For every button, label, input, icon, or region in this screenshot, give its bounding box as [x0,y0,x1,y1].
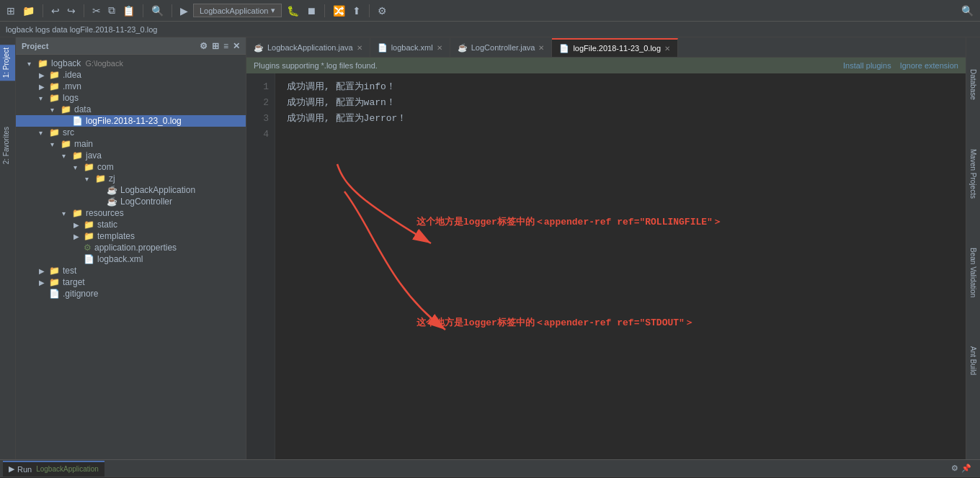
toolbar: ⊞ 📁 ↩ ↪ ✂ ⧉ 📋 🔍 ▶ LogbackApplication ▾ 🐛… [0,0,980,22]
toolbar-settings[interactable]: ⚙ [375,4,389,18]
tree-resources[interactable]: ▾ 📁 resources [16,207,246,219]
gitignore-icon: 📄 [49,289,60,299]
tab-logback-app-close[interactable]: ✕ [357,44,362,52]
favorites-toggle[interactable]: 2: Favorites [0,124,15,167]
right-panel-bean[interactable]: Bean Validation [966,245,980,300]
toolbar-git[interactable]: 🔀 [331,4,347,18]
com-icon: 📁 [84,162,94,172]
toolbar-run-icon[interactable]: ▶ [178,4,190,18]
app-props-label: application.properties [94,243,177,253]
tab-logback-app[interactable]: ☕ LogbackApplication.java ✕ [246,38,370,57]
tab-logcontroller-close[interactable]: ✕ [538,44,544,52]
tree-logfile[interactable]: 📄 logFile.2018-11-23_0.log [16,115,246,127]
tab-logfile-close[interactable]: ✕ [664,45,670,53]
plugin-bar: Plugins supporting *.log files found. In… [246,58,966,73]
console-pin-btn[interactable]: 📌 [961,464,971,473]
line-num-1: 1 [252,79,269,95]
toolbar-copy[interactable]: ⧉ [106,3,117,18]
tab-logcontroller[interactable]: ☕ LogController.java ✕ [450,38,553,57]
bottom-tabs: ▶ Run LogbackApplication ⚙ 📌 [0,460,980,477]
app-props-icon: ⚙ [84,243,92,253]
plugin-message: Plugins supporting *.log files found. [254,61,378,70]
tree-com[interactable]: ▾ 📁 com [16,161,246,173]
right-panel-ant[interactable]: Ant Build [966,343,980,378]
tree-logback-xml[interactable]: 📄 logback.xml [16,253,246,265]
tree-logback-app[interactable]: ☕ LogbackApplication [16,184,246,196]
gitignore-label: .gitignore [63,289,98,299]
tree-data[interactable]: ▾ 📁 data [16,104,246,115]
ignore-extension-link[interactable]: Ignore extension [900,61,958,70]
tree-zj[interactable]: ▾ 📁 zj [16,173,246,184]
idea-icon: 📁 [49,70,60,80]
tree-main[interactable]: ▾ 📁 main [16,138,246,150]
arrow-svg-2 [287,143,954,373]
code-line-3: 成功调用, 配置为Jerror！ [287,111,954,127]
bottom-tab-run[interactable]: ▶ Run LogbackApplication [3,461,104,477]
com-label: com [97,162,114,172]
code-line-4 [287,127,954,143]
toolbar-debug[interactable]: 🐛 [285,4,301,18]
panel-btn-gear[interactable]: ≡ [223,41,228,51]
tab-logfile-label: logFile.2018-11-23_0.log [573,44,661,53]
logback-app-label: LogbackApplication [120,185,195,195]
toolbar-search-all[interactable]: 🔍 [959,4,976,18]
run-app-button[interactable]: LogbackApplication ▾ [193,4,282,17]
toolbar-paste[interactable]: 📋 [120,4,137,18]
zj-icon: 📁 [95,173,106,184]
tree-static[interactable]: ▶ 📁 static [16,219,246,230]
toolbar-icon-2[interactable]: 📁 [20,4,37,18]
tree-gitignore[interactable]: 📄 .gitignore [16,288,246,299]
tab-logback-xml-close[interactable]: ✕ [437,44,442,52]
tree-mvn[interactable]: ▶ 📁 .mvn [16,81,246,92]
toolbar-cut[interactable]: ✂ [90,4,103,18]
tree-templates[interactable]: ▶ 📁 templates [16,230,246,242]
tab-logcontroller-label: LogController.java [471,43,535,52]
toolbar-stop[interactable]: ⏹ [304,4,318,18]
src-label: src [63,127,74,137]
project-panel-toggle[interactable]: 1: Project [0,45,15,81]
console-settings-btn[interactable]: ⚙ [951,464,958,473]
data-label: data [74,104,91,114]
right-panel-maven[interactable]: Maven Projects [966,146,980,202]
code-line-3-text: 成功调用, 配置为Jerror！ [287,111,406,127]
tab-logcontroller-icon: ☕ [458,43,468,53]
mvn-icon: 📁 [49,81,60,91]
resources-label: resources [86,208,124,218]
tree-idea[interactable]: ▶ 📁 .idea [16,69,246,81]
tab-logback-xml[interactable]: 📄 logback.xml ✕ [370,38,450,57]
right-panel-database[interactable]: Database [966,66,980,103]
toolbar-git2[interactable]: ⬆ [350,4,363,18]
bottom-actions: ⚙ 📌 [951,460,977,477]
tree-java[interactable]: ▾ 📁 java [16,150,246,161]
install-plugins-link[interactable]: Install plugins [843,61,891,70]
panel-btn-1[interactable]: ⚙ [200,41,208,51]
tree-src[interactable]: ▾ 📁 src [16,127,246,138]
toolbar-redo[interactable]: ↪ [65,4,78,18]
logs-label: logs [63,93,79,103]
toolbar-sep-3 [143,4,143,17]
toolbar-undo[interactable]: ↩ [49,4,62,18]
far-left-panel: 1: Project 2: Favorites [0,37,16,459]
templates-label: templates [97,231,135,241]
callout-2-text: 这个地方是logger标签中的＜appender-ref ref="STDOUT… [416,317,694,328]
logfile-label: logFile.2018-11-23_0.log [86,116,182,126]
run-app-name: LogbackApplication [36,465,99,473]
panel-btn-close[interactable]: ✕ [233,41,240,51]
tab-logback-app-label: LogbackApplication.java [267,43,353,52]
log-controller-label: LogController [120,197,172,207]
tree-test[interactable]: ▶ 📁 test [16,265,246,276]
tab-logfile[interactable]: 📄 logFile.2018-11-23_0.log ✕ [552,38,678,57]
toolbar-icon-1[interactable]: ⊞ [4,4,17,18]
tree-app-props[interactable]: ⚙ application.properties [16,242,246,253]
tree-target[interactable]: ▶ 📁 target [16,276,246,288]
test-icon: 📁 [49,266,60,276]
panel-btn-2[interactable]: ⊞ [212,41,219,51]
editor-content: 1 2 3 4 成功调用, 配置为info！ 成功调用, 配置为warn！ 成功… [246,73,966,459]
project-panel-title: Project [22,42,48,50]
tree-logs[interactable]: ▾ 📁 logs [16,92,246,104]
tree-log-controller[interactable]: ☕ LogController [16,196,246,207]
mvn-label: .mvn [63,81,81,91]
toolbar-find[interactable]: 🔍 [149,4,166,18]
code-area[interactable]: 成功调用, 配置为info！ 成功调用, 配置为warn！ 成功调用, 配置为J… [275,73,966,459]
tree-root[interactable]: ▾ 📁 logback G:\logback [16,58,246,69]
